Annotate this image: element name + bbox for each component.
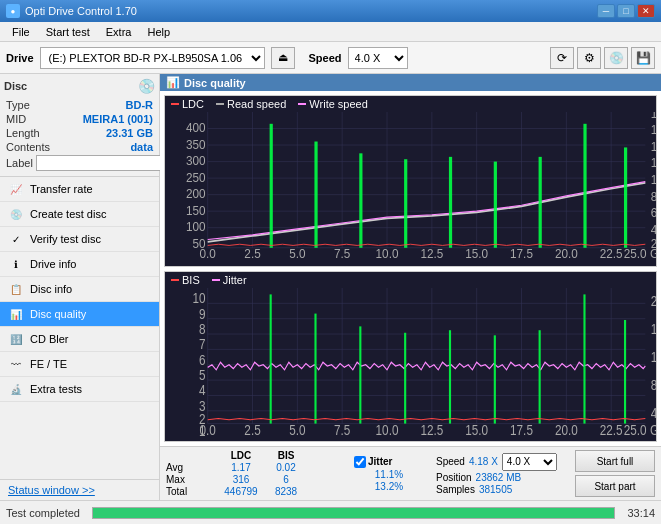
svg-text:0.0: 0.0 bbox=[200, 422, 216, 438]
bis-label: BIS bbox=[182, 274, 200, 286]
start-full-button[interactable]: Start full bbox=[575, 450, 655, 472]
contents-value: data bbox=[130, 141, 153, 153]
svg-rect-106 bbox=[449, 330, 451, 423]
speed-stat-label: Speed bbox=[436, 456, 465, 467]
speed-stat-value: 4.18 X bbox=[469, 456, 498, 467]
svg-rect-55 bbox=[624, 147, 627, 247]
nav-item-transfer-rate[interactable]: 📈Transfer rate bbox=[0, 177, 159, 202]
speed-target-select[interactable]: 4.0 X bbox=[502, 453, 557, 471]
disc-label-row: Label ▶ bbox=[4, 154, 155, 172]
total-row-label: Total bbox=[166, 486, 216, 497]
label-input[interactable] bbox=[36, 155, 169, 171]
svg-rect-50 bbox=[404, 159, 407, 248]
svg-text:12%: 12% bbox=[651, 349, 656, 365]
svg-text:14X: 14X bbox=[651, 139, 656, 154]
svg-text:5.0: 5.0 bbox=[289, 247, 305, 262]
svg-text:12.5: 12.5 bbox=[420, 247, 443, 262]
svg-text:10.0: 10.0 bbox=[376, 247, 399, 262]
eject-button[interactable]: ⏏ bbox=[271, 47, 295, 69]
svg-text:18X: 18X bbox=[651, 112, 656, 121]
transfer-rate-icon: 📈 bbox=[8, 181, 24, 197]
bis-legend: BIS Jitter bbox=[165, 272, 656, 288]
main-area: Disc 💿 Type BD-R MID MEIRA1 (001) Length… bbox=[0, 74, 661, 500]
nav-item-fe-te[interactable]: 〰FE / TE bbox=[0, 352, 159, 377]
bis-col-header: BIS bbox=[266, 450, 306, 461]
drive-label: Drive bbox=[6, 52, 34, 64]
menu-start-test[interactable]: Start test bbox=[38, 24, 98, 40]
status-window-button[interactable]: Status window >> bbox=[4, 484, 99, 496]
speed-select[interactable]: 4.0 X bbox=[348, 47, 408, 69]
svg-text:8%: 8% bbox=[651, 377, 656, 393]
svg-text:17.5: 17.5 bbox=[510, 422, 533, 438]
svg-rect-107 bbox=[494, 335, 496, 423]
disc-length-row: Length 23.31 GB bbox=[4, 126, 155, 140]
ldc-color bbox=[171, 103, 179, 105]
bis-svg: 10 9 8 7 6 5 4 3 2 1 20% 16% 12% bbox=[165, 288, 656, 442]
disc-button[interactable]: 💿 bbox=[604, 47, 628, 69]
stats-header-row: LDC BIS bbox=[166, 450, 346, 461]
cd-bler-label: CD Bler bbox=[30, 333, 69, 345]
ldc-col-header: LDC bbox=[216, 450, 266, 461]
svg-text:0.0: 0.0 bbox=[200, 247, 216, 262]
settings-button[interactable]: ⚙ bbox=[577, 47, 601, 69]
svg-text:8X: 8X bbox=[651, 189, 656, 204]
stats-max-row: Max 316 6 bbox=[166, 474, 346, 485]
total-bis-value: 8238 bbox=[266, 486, 306, 497]
drive-info-icon: ℹ bbox=[8, 256, 24, 272]
nav-item-create-test-disc[interactable]: 💿Create test disc bbox=[0, 202, 159, 227]
save-button[interactable]: 💾 bbox=[631, 47, 655, 69]
svg-text:22.5: 22.5 bbox=[600, 422, 623, 438]
svg-rect-102 bbox=[270, 294, 272, 423]
progress-bar-fill bbox=[93, 508, 614, 518]
svg-text:5: 5 bbox=[199, 367, 206, 383]
menu-help[interactable]: Help bbox=[139, 24, 178, 40]
writespeed-color bbox=[298, 103, 306, 105]
ldc-chart: LDC Read speed Write speed bbox=[164, 95, 657, 267]
titlebar: ● Opti Drive Control 1.70 ─ □ ✕ bbox=[0, 0, 661, 22]
nav-item-disc-info[interactable]: 📋Disc info bbox=[0, 277, 159, 302]
maximize-button[interactable]: □ bbox=[617, 4, 635, 18]
speed-row: Speed 4.18 X 4.0 X bbox=[436, 453, 557, 471]
nav-item-disc-quality[interactable]: 📊Disc quality bbox=[0, 302, 159, 327]
menu-file[interactable]: File bbox=[4, 24, 38, 40]
drivebar: Drive (E:) PLEXTOR BD-R PX-LB950SA 1.06 … bbox=[0, 42, 661, 74]
svg-text:250: 250 bbox=[186, 170, 206, 185]
svg-text:16X: 16X bbox=[651, 123, 656, 138]
create-test-disc-label: Create test disc bbox=[30, 208, 106, 220]
svg-text:10X: 10X bbox=[651, 172, 656, 187]
svg-text:200: 200 bbox=[186, 187, 206, 202]
svg-text:5.0: 5.0 bbox=[289, 422, 305, 438]
refresh-button[interactable]: ⟳ bbox=[550, 47, 574, 69]
svg-text:20%: 20% bbox=[651, 292, 656, 308]
action-buttons: Start full Start part bbox=[575, 450, 655, 497]
menu-extra[interactable]: Extra bbox=[98, 24, 140, 40]
nav-item-cd-bler[interactable]: 🔢CD Bler bbox=[0, 327, 159, 352]
extra-tests-label: Extra tests bbox=[30, 383, 82, 395]
close-button[interactable]: ✕ bbox=[637, 4, 655, 18]
svg-text:2.5: 2.5 bbox=[244, 247, 260, 262]
length-label: Length bbox=[6, 127, 40, 139]
svg-text:25.0 GB: 25.0 GB bbox=[624, 247, 656, 262]
svg-text:10: 10 bbox=[193, 290, 206, 306]
readspeed-label: Read speed bbox=[227, 98, 286, 110]
svg-text:7.5: 7.5 bbox=[334, 422, 350, 438]
quality-icon: 📊 bbox=[166, 76, 180, 89]
writespeed-label: Write speed bbox=[309, 98, 368, 110]
nav-item-verify-test-disc[interactable]: ✓Verify test disc bbox=[0, 227, 159, 252]
start-part-button[interactable]: Start part bbox=[575, 475, 655, 497]
position-label: Position bbox=[436, 472, 472, 483]
ldc-label: LDC bbox=[182, 98, 204, 110]
nav-item-drive-info[interactable]: ℹDrive info bbox=[0, 252, 159, 277]
svg-text:12X: 12X bbox=[651, 156, 656, 171]
svg-rect-53 bbox=[539, 157, 542, 248]
svg-text:9: 9 bbox=[199, 305, 206, 321]
disc-info-icon: 📋 bbox=[8, 281, 24, 297]
nav-item-extra-tests[interactable]: 🔬Extra tests bbox=[0, 377, 159, 402]
bis-color bbox=[171, 279, 179, 281]
minimize-button[interactable]: ─ bbox=[597, 4, 615, 18]
jitter-checkbox[interactable] bbox=[354, 456, 366, 468]
quality-title: Disc quality bbox=[184, 77, 246, 89]
svg-text:8: 8 bbox=[199, 321, 206, 337]
svg-text:350: 350 bbox=[186, 137, 206, 152]
drive-select[interactable]: (E:) PLEXTOR BD-R PX-LB950SA 1.06 bbox=[40, 47, 265, 69]
